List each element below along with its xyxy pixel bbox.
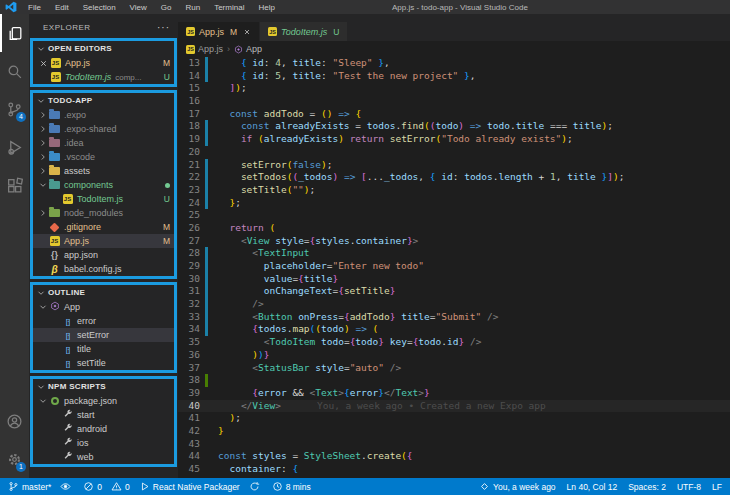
- status-react-native-packager[interactable]: React Native Packager: [139, 481, 240, 492]
- menu-item-edit[interactable]: Edit: [48, 0, 76, 14]
- menu-item-view[interactable]: View: [123, 0, 154, 14]
- menu-item-selection[interactable]: Selection: [76, 0, 123, 14]
- open-editor-app-js[interactable]: JSApp.jsM: [33, 56, 174, 70]
- code-line-33[interactable]: 33 <Button onPress={addTodo} title="Subm…: [178, 311, 730, 324]
- chevron-right-icon[interactable]: [37, 110, 48, 121]
- tree-item-error[interactable]: [∙]error: [33, 314, 174, 328]
- code-line-35[interactable]: 35 <TodoItem todo={todo} key={todo.id} /…: [178, 336, 730, 349]
- code-line-31[interactable]: 31 onChangeText={setTitle}: [178, 285, 730, 298]
- breadcrumb[interactable]: JSApp.js›App: [178, 41, 730, 57]
- activity-explorer[interactable]: [0, 14, 29, 52]
- tree-item-app-js[interactable]: JSApp.jsM: [33, 234, 174, 248]
- code-line-13[interactable]: 13 { id: 4, title: "Sleep" },: [178, 57, 730, 70]
- chevron-right-icon[interactable]: [37, 152, 48, 163]
- status-0[interactable]: 0: [83, 481, 102, 492]
- code-line-34[interactable]: 34 {todos.map((todo) => (: [178, 323, 730, 336]
- activity-account[interactable]: [0, 402, 29, 440]
- tree-item-todoitem-js[interactable]: JSTodoItem.jsU: [33, 192, 174, 206]
- chevron-right-icon[interactable]: [37, 124, 48, 135]
- tree-item-assets[interactable]: assets: [33, 164, 174, 178]
- status-0[interactable]: 0: [111, 481, 130, 492]
- tree-item-babel-config-js[interactable]: βbabel.config.js: [33, 262, 174, 276]
- status-eye-icon[interactable]: [60, 481, 74, 492]
- status-spaces-2[interactable]: Spaces: 2: [628, 482, 666, 492]
- code-editor[interactable]: 13 { id: 4, title: "Sleep" },14 { id: 5,…: [178, 57, 730, 478]
- code-line-39[interactable]: 39 {error && <Text>{error}</Text>}: [178, 387, 730, 400]
- code-line-36[interactable]: 36 ))}: [178, 349, 730, 362]
- code-line-37[interactable]: 37 <StatusBar style="auto" />: [178, 362, 730, 375]
- chevron-down-icon[interactable]: [37, 180, 48, 191]
- menu-item-file[interactable]: File: [21, 0, 48, 14]
- code-line-15[interactable]: 15 ]);: [178, 82, 730, 95]
- code-line-17[interactable]: 17 const addTodo = () => {: [178, 108, 730, 121]
- tree-item--expo-shared[interactable]: .expo-shared: [33, 122, 174, 136]
- status-lf[interactable]: LF: [712, 482, 722, 492]
- code-line-32[interactable]: 32 />: [178, 298, 730, 311]
- code-line-30[interactable]: 30 value={title}: [178, 273, 730, 286]
- menu-item-go[interactable]: Go: [154, 0, 179, 14]
- tree-item-app[interactable]: App: [33, 300, 174, 314]
- code-line-22[interactable]: 22 setTodos((_todos) => [..._todos, { id…: [178, 171, 730, 184]
- close-tab-icon[interactable]: [243, 28, 251, 36]
- section-header-open-editors[interactable]: OPEN EDITORS: [33, 41, 174, 56]
- code-line-16[interactable]: 16: [178, 95, 730, 108]
- tree-item-title[interactable]: [∙]title: [33, 342, 174, 356]
- tree-item-start[interactable]: start: [33, 408, 174, 422]
- code-line-19[interactable]: 19 if (alreadyExists) return setError("T…: [178, 133, 730, 146]
- chevron-right-icon[interactable]: [37, 138, 48, 149]
- code-line-21[interactable]: 21 setError(false);: [178, 159, 730, 172]
- code-line-45[interactable]: 45 container: {: [178, 463, 730, 476]
- tree-item--idea[interactable]: .idea: [33, 136, 174, 150]
- code-line-23[interactable]: 23 setTitle("");: [178, 184, 730, 197]
- tree-item-seterror[interactable]: [∙]setError: [33, 328, 174, 342]
- code-line-14[interactable]: 14 { id: 5, title: "Test the new project…: [178, 70, 730, 83]
- activity-run-debug[interactable]: [0, 128, 29, 166]
- code-line-25[interactable]: 25: [178, 209, 730, 222]
- tree-item-components[interactable]: components: [33, 178, 174, 192]
- tree-item-app-json[interactable]: {}app.json: [33, 248, 174, 262]
- code-line-38[interactable]: 38: [178, 374, 730, 387]
- breadcrumb-symbol[interactable]: App: [246, 44, 262, 54]
- chevron-right-icon[interactable]: [37, 208, 48, 219]
- chevron-down-icon[interactable]: [37, 396, 48, 407]
- menu-item-help[interactable]: Help: [251, 0, 281, 14]
- tree-item--expo[interactable]: .expo: [33, 108, 174, 122]
- tab-app-js[interactable]: JSApp.jsM: [178, 22, 259, 41]
- breadcrumb-file[interactable]: App.js: [198, 44, 223, 54]
- code-line-27[interactable]: 27 <View style={styles.container}>: [178, 235, 730, 248]
- code-line-20[interactable]: 20: [178, 146, 730, 159]
- code-line-26[interactable]: 26 return (: [178, 222, 730, 235]
- menu-item-terminal[interactable]: Terminal: [207, 0, 251, 14]
- tree-item-settitle[interactable]: [∙]setTitle: [33, 356, 174, 370]
- menu-item-run[interactable]: Run: [178, 0, 207, 14]
- code-line-29[interactable]: 29 placeholder="Enter new todo": [178, 260, 730, 273]
- section-header-todo-app[interactable]: TODO-APP: [33, 93, 174, 108]
- status-utf-8[interactable]: UTF-8: [677, 482, 701, 492]
- open-editor-todoitem-js[interactable]: JSTodoItem.jscomp...U: [33, 70, 174, 84]
- code-line-24[interactable]: 24 };: [178, 197, 730, 210]
- tree-item-node-modules[interactable]: node_modules: [33, 206, 174, 220]
- tree-item-ios[interactable]: ios: [33, 436, 174, 450]
- section-header-npm-scripts[interactable]: NPM SCRIPTS: [33, 379, 174, 394]
- code-line-42[interactable]: 42}: [178, 425, 730, 438]
- code-line-18[interactable]: 18 const alreadyExists = todos.find((tod…: [178, 120, 730, 133]
- tree-item--vscode[interactable]: .vscode: [33, 150, 174, 164]
- status-8-mins[interactable]: 8 mins: [272, 481, 311, 492]
- activity-search[interactable]: [0, 52, 29, 90]
- more-actions-icon[interactable]: ···: [157, 22, 170, 33]
- status-ln-40-col-12[interactable]: Ln 40, Col 12: [567, 482, 618, 492]
- status-sync-icon[interactable]: [249, 481, 263, 492]
- tree-item--gitignore[interactable]: .gitignoreM: [33, 220, 174, 234]
- close-editor-icon[interactable]: [37, 59, 49, 68]
- activity-source-control[interactable]: 4: [0, 90, 29, 128]
- section-header-outline[interactable]: OUTLINE: [33, 285, 174, 300]
- tree-item-package-json[interactable]: package.json: [33, 394, 174, 408]
- activity-settings[interactable]: 1: [0, 440, 29, 478]
- status-master-[interactable]: master*: [8, 481, 51, 492]
- chevron-right-icon[interactable]: [37, 166, 48, 177]
- tab-todoitem-js[interactable]: JSTodoItem.jsU: [260, 22, 347, 41]
- tree-item-web[interactable]: web: [33, 450, 174, 464]
- code-line-28[interactable]: 28 <TextInput: [178, 247, 730, 260]
- code-line-43[interactable]: 43: [178, 438, 730, 451]
- code-line-41[interactable]: 41 );: [178, 412, 730, 425]
